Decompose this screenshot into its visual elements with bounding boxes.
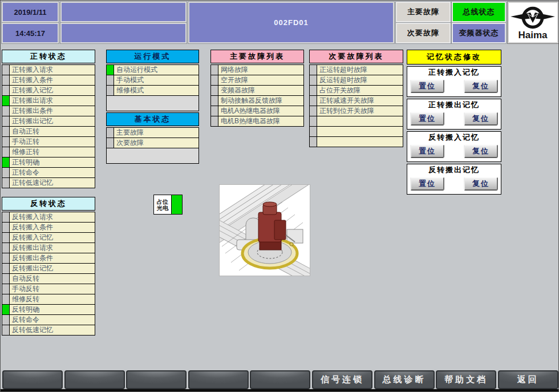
set-button[interactable]: 置位 [410, 79, 444, 93]
status-label: 反转搬入记忆 [10, 233, 95, 243]
bottom-divider [1, 389, 559, 392]
indicator-lamp [211, 75, 218, 85]
reset-button[interactable]: 复位 [464, 79, 498, 93]
bottom-button-7[interactable]: 总线诊断 [374, 370, 435, 389]
status-row: 手动模式 [107, 75, 199, 86]
machine-3d-image [219, 184, 310, 276]
panel-forward-status-title: 正转状态 [2, 50, 95, 63]
indicator-lamp [310, 86, 317, 95]
occupancy-label-line2: 光电 [157, 205, 168, 211]
status-row: 电机B热继电器故障 [211, 116, 303, 127]
reset-button[interactable]: 复位 [464, 112, 498, 126]
status-row: 维修正转 [2, 147, 95, 157]
bottom-button-6[interactable]: 信号连锁 [312, 370, 372, 389]
bottom-button-blank-3[interactable] [126, 370, 187, 389]
status-row: 手动反转 [2, 284, 95, 294]
status-row: 反运转超时故障 [310, 75, 403, 86]
status-label: 手动模式 [114, 75, 199, 85]
memory-section: 正转搬出记忆置位复位 [407, 99, 501, 130]
bottom-button-9[interactable]: 返回 [498, 370, 558, 389]
topbar-empty-cell-1 [60, 2, 187, 22]
bottom-button-blank-1[interactable] [2, 370, 63, 389]
indicator-lamp [2, 253, 10, 263]
reset-button[interactable]: 复位 [464, 177, 498, 191]
status-label: 自动运行模式 [114, 65, 199, 75]
status-label: 次要故障 [114, 138, 199, 148]
status-label: 正转明确 [10, 157, 95, 167]
status-row: 反转搬入条件 [2, 223, 95, 233]
indicator-lamp [211, 65, 218, 75]
indicator-lamp [310, 96, 317, 106]
panel-secondary-fault-list-title: 次要故障列表 [309, 50, 403, 63]
basic-status-rows: 主要故障次要故障 [106, 127, 199, 164]
set-button[interactable]: 置位 [410, 144, 444, 158]
main-fault-button[interactable]: 主要故障 [396, 2, 451, 22]
memory-section-buttons: 置位复位 [407, 78, 501, 96]
bottom-button-blank-4[interactable] [188, 370, 249, 389]
status-row: 维修反转 [2, 294, 95, 305]
status-row: 正转搬出条件 [2, 106, 95, 116]
indicator-lamp [2, 274, 10, 284]
reset-button[interactable]: 复位 [464, 144, 498, 158]
panel-main-fault-list: 主要故障列表 网络故障空开故障变频器故障制动接触器反馈故障电机A热继电器故障电机… [210, 50, 304, 127]
memory-section: 正转搬入记忆置位复位 [407, 66, 501, 97]
indicator-lamp [2, 233, 10, 243]
bottom-button-8[interactable]: 帮助文档 [436, 370, 496, 389]
indicator-lamp [211, 116, 218, 126]
indicator-lamp [2, 212, 10, 222]
inverter-status-button[interactable]: 变频器状态 [452, 23, 506, 43]
bottom-button-blank-2[interactable] [64, 370, 125, 389]
forward-status-rows: 正转搬入请求正转搬入条件正转搬入记忆正转搬出请求正转搬出条件正转搬出记忆自动正转… [2, 64, 95, 188]
status-row: 反转搬出条件 [2, 253, 95, 264]
secondary-fault-button[interactable]: 次要故障 [396, 23, 451, 43]
indicator-lamp [2, 178, 10, 188]
status-label: 反转搬出条件 [10, 253, 95, 263]
panel-run-mode: 运行模式 自动运行模式手动模式维修模式 [106, 50, 199, 111]
status-label: 网络故障 [218, 65, 303, 75]
status-label: 维修模式 [114, 86, 199, 95]
indicator-lamp [2, 168, 10, 177]
set-button[interactable]: 置位 [410, 112, 444, 126]
indicator-lamp [2, 147, 10, 157]
status-row: 空开故障 [211, 75, 303, 86]
status-row: 网络故障 [211, 65, 303, 75]
indicator-lamp [310, 65, 317, 75]
bus-status-button[interactable]: 总线状态 [452, 2, 506, 22]
run-mode-rows: 自动运行模式手动模式维修模式 [106, 64, 199, 111]
memory-section-label: 正转搬出记忆 [407, 99, 501, 111]
indicator-lamp [2, 157, 10, 167]
status-label: 正转搬入条件 [10, 75, 95, 85]
status-row: 正转搬入记忆 [2, 86, 95, 96]
panel-main-fault-list-title: 主要故障列表 [210, 50, 304, 63]
memory-section-buttons: 置位复位 [407, 111, 501, 129]
status-label: 正转搬出请求 [10, 96, 95, 106]
status-label: 手动正转 [10, 137, 95, 147]
indicator-lamp [310, 127, 317, 136]
status-row: 反转搬出请求 [2, 243, 95, 253]
status-label: 反转搬入请求 [10, 212, 95, 222]
memory-section-label: 反转搬入记忆 [407, 132, 501, 143]
status-label: 空开故障 [218, 75, 303, 85]
indicator-lamp [211, 86, 218, 95]
panel-secondary-fault-list: 次要故障列表 正运转超时故障反运转超时故障占位开关故障正转减速开关故障正转到位开… [309, 50, 403, 147]
set-button[interactable]: 置位 [410, 177, 444, 191]
indicator-lamp [2, 75, 10, 85]
indicator-lamp [310, 116, 317, 126]
status-row [310, 137, 403, 147]
status-row: 自动反转 [2, 274, 95, 284]
panel-memory-edit: 记忆状态修改 正转搬入记忆置位复位正转搬出记忆置位复位反转搬入记忆置位复位反转搬… [407, 50, 501, 195]
turntable-render-icon [220, 185, 310, 276]
status-label: 正运转超时故障 [317, 65, 403, 75]
topbar-empty-cell-2 [60, 23, 187, 43]
indicator-lamp [2, 86, 10, 95]
status-row: 主要故障 [107, 128, 199, 138]
status-row: 制动接触器反馈故障 [211, 96, 303, 106]
status-label: 正转搬出条件 [10, 106, 95, 116]
status-row: 反转搬入请求 [2, 212, 95, 223]
bottom-button-blank-5[interactable] [250, 370, 310, 389]
status-row: 正转搬入条件 [2, 75, 95, 86]
status-label: 自动正转 [10, 127, 95, 136]
memory-section-label: 正转搬入记忆 [407, 67, 501, 78]
indicator-lamp [107, 65, 114, 75]
status-label: 正转搬入记忆 [10, 86, 95, 95]
